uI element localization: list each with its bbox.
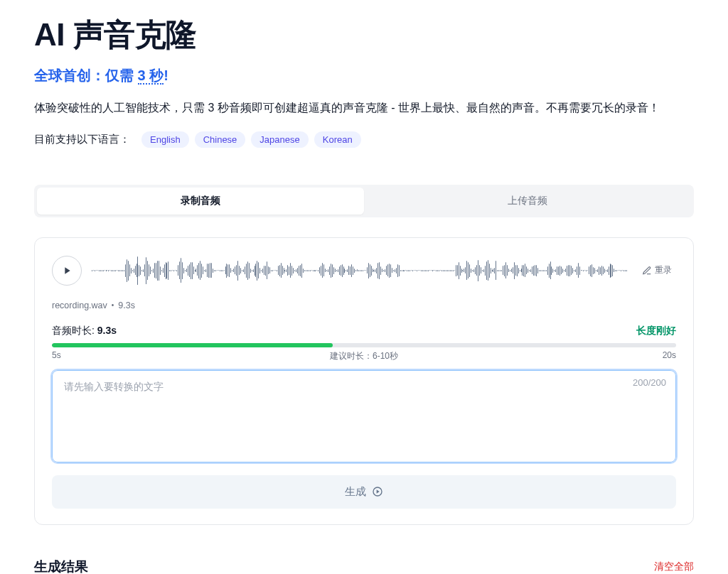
lang-badge-chinese[interactable]: Chinese	[195, 131, 246, 148]
pencil-icon	[642, 266, 652, 276]
audio-card: 重录 recording.wav • 9.3s 音频时长: 9.3s 长度刚好 …	[34, 237, 694, 525]
range-max: 20s	[663, 350, 676, 360]
range-recommended: 建议时长：6-10秒	[330, 350, 398, 362]
rerecord-button[interactable]: 重录	[638, 261, 676, 279]
file-meta: recording.wav • 9.3s	[52, 300, 676, 310]
meta-separator: •	[112, 301, 114, 309]
duration-bar	[52, 343, 676, 347]
text-to-convert-input[interactable]	[52, 370, 676, 462]
tab-record-audio[interactable]: 录制音频	[37, 188, 364, 215]
duration-status: 长度刚好	[636, 325, 676, 337]
generate-label: 生成	[345, 485, 366, 499]
supported-languages-row: 目前支持以下语言： English Chinese Japanese Korea…	[34, 131, 694, 148]
lang-label: 目前支持以下语言：	[34, 133, 130, 146]
audio-source-tabs: 录制音频 上传音频	[34, 185, 694, 217]
generate-button[interactable]: 生成	[52, 475, 676, 509]
clear-all-button[interactable]: 清空全部	[654, 561, 694, 573]
subtitle-highlight: 3 秒	[138, 67, 164, 85]
lang-badge-japanese[interactable]: Japanese	[251, 131, 308, 148]
subtitle-suffix: !	[164, 67, 168, 83]
lang-badge-korean[interactable]: Korean	[314, 131, 361, 148]
duration-value: 9.3s	[97, 325, 117, 336]
tab-upload-audio[interactable]: 上传音频	[364, 188, 691, 215]
description: 体验突破性的人工智能技术，只需 3 秒音频即可创建超逼真的声音克隆 - 世界上最…	[34, 98, 688, 119]
subtitle-prefix: 全球首创：仅需	[34, 67, 138, 83]
file-duration: 9.3s	[118, 300, 135, 310]
filename: recording.wav	[52, 300, 107, 310]
lang-badge-english[interactable]: English	[141, 131, 189, 148]
play-circle-icon	[372, 486, 383, 497]
subtitle: 全球首创：仅需 3 秒!	[34, 66, 694, 85]
waveform-display[interactable]	[92, 254, 628, 288]
char-counter: 200/200	[633, 377, 666, 388]
page-title: AI 声音克隆	[34, 14, 694, 56]
duration-label: 音频时长: 9.3s	[52, 325, 117, 337]
results-heading: 生成结果	[34, 558, 88, 574]
play-icon	[61, 265, 73, 276]
play-button[interactable]	[52, 256, 82, 286]
duration-bar-fill	[52, 343, 333, 347]
rerecord-label: 重录	[655, 264, 672, 276]
range-min: 5s	[52, 350, 61, 360]
